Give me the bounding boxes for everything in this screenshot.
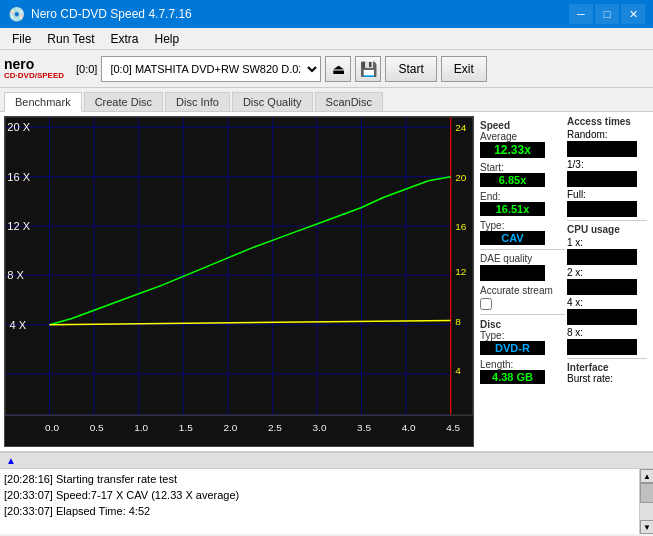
title-bar: 💿 Nero CD-DVD Speed 4.7.7.16 ─ □ ✕ — [0, 0, 653, 28]
divider2 — [480, 314, 565, 315]
scroll-thumb[interactable] — [640, 483, 653, 503]
svg-text:16 X: 16 X — [7, 171, 30, 183]
svg-text:2.5: 2.5 — [268, 422, 282, 433]
type-group: Type: CAV — [480, 220, 565, 245]
start-button[interactable]: Start — [385, 56, 436, 82]
cpu2x-value — [567, 279, 637, 295]
chart-area: 20 X 16 X 12 X 8 X 4 X 24 20 16 12 8 4 0… — [4, 116, 474, 447]
minimize-button[interactable]: ─ — [569, 4, 593, 24]
svg-text:0.5: 0.5 — [90, 422, 104, 433]
cpu-divider — [567, 358, 647, 359]
svg-rect-0 — [5, 117, 473, 446]
access-column: Access times Random: 1/3: Full: CPU usag… — [567, 116, 647, 447]
svg-text:20: 20 — [455, 172, 466, 183]
tab-create-disc[interactable]: Create Disc — [84, 92, 163, 111]
tab-scan-disc[interactable]: ScanDisc — [315, 92, 383, 111]
log-header: ▲ — [0, 453, 653, 469]
log-line-2: [20:33:07] Speed:7-17 X CAV (12.33 X ave… — [4, 487, 649, 503]
full-value — [567, 201, 637, 217]
scroll-down-button[interactable]: ▼ — [640, 520, 653, 534]
cpu-usage-title: CPU usage — [567, 224, 647, 235]
divider1 — [480, 249, 565, 250]
main-content: 20 X 16 X 12 X 8 X 4 X 24 20 16 12 8 4 0… — [0, 112, 653, 452]
onethird-value — [567, 171, 637, 187]
log-content: [20:28:16] Starting transfer rate test [… — [0, 469, 653, 534]
svg-text:8 X: 8 X — [7, 270, 24, 282]
app-icon: 💿 — [8, 6, 25, 22]
type-value: CAV — [480, 231, 545, 245]
title-bar-left: 💿 Nero CD-DVD Speed 4.7.7.16 — [8, 6, 192, 22]
cpu8x-value — [567, 339, 637, 355]
tab-disc-quality[interactable]: Disc Quality — [232, 92, 313, 111]
start-label: Start: — [480, 162, 565, 173]
menu-extra[interactable]: Extra — [102, 30, 146, 48]
scroll-up-button[interactable]: ▲ — [640, 469, 653, 483]
svg-text:4: 4 — [455, 365, 461, 376]
cpu1x-group: 1 x: — [567, 237, 647, 265]
accurate-stream-checkbox-area — [480, 298, 565, 310]
log-scrollbar[interactable]: ▲ ▼ — [639, 469, 653, 534]
svg-text:1.5: 1.5 — [179, 422, 193, 433]
cpu4x-group: 4 x: — [567, 297, 647, 325]
end-group: End: 16.51x — [480, 191, 565, 216]
svg-text:3.5: 3.5 — [357, 422, 371, 433]
svg-text:4 X: 4 X — [9, 319, 26, 331]
random-label: Random: — [567, 129, 647, 140]
start-value: 6.85x — [480, 173, 545, 187]
svg-text:16: 16 — [455, 221, 466, 232]
svg-text:12 X: 12 X — [7, 221, 30, 233]
nero-product: CD·DVD/SPEED — [4, 71, 64, 80]
menu-run-test[interactable]: Run Test — [39, 30, 102, 48]
maximize-button[interactable]: □ — [595, 4, 619, 24]
dae-quality-label: DAE quality — [480, 253, 565, 264]
access-divider — [567, 220, 647, 221]
onethird-label: 1/3: — [567, 159, 647, 170]
svg-text:3.0: 3.0 — [313, 422, 327, 433]
speed-title: Speed — [480, 120, 565, 131]
drive-selector[interactable]: [0:0] MATSHITA DVD+RW SW820 D.02 — [101, 56, 321, 82]
start-group: Start: 6.85x — [480, 162, 565, 187]
save-button[interactable]: 💾 — [355, 56, 381, 82]
app-title: Nero CD-DVD Speed 4.7.7.16 — [31, 7, 192, 21]
random-value — [567, 141, 637, 157]
cpu4x-value — [567, 309, 637, 325]
toolbar: nero CD·DVD/SPEED [0:0] [0:0] MATSHITA D… — [0, 50, 653, 88]
menu-file[interactable]: File — [4, 30, 39, 48]
cpu4x-label: 4 x: — [567, 297, 647, 308]
right-panel: Speed Average 12.33x Start: 6.85x End: 1… — [478, 112, 653, 451]
menu-help[interactable]: Help — [147, 30, 188, 48]
accurate-stream-checkbox[interactable] — [480, 298, 492, 310]
svg-text:4.0: 4.0 — [402, 422, 416, 433]
log-line-1: [20:28:16] Starting transfer rate test — [4, 471, 649, 487]
stats-column: Speed Average 12.33x Start: 6.85x End: 1… — [480, 116, 565, 447]
end-value: 16.51x — [480, 202, 545, 216]
nero-logo: nero CD·DVD/SPEED — [4, 57, 64, 80]
tab-benchmark[interactable]: Benchmark — [4, 92, 82, 112]
svg-text:8: 8 — [455, 316, 461, 327]
svg-text:2.0: 2.0 — [223, 422, 237, 433]
burst-rate-label: Burst rate: — [567, 373, 647, 384]
nero-brand: nero — [4, 57, 64, 71]
dae-quality-value — [480, 265, 545, 281]
exit-button[interactable]: Exit — [441, 56, 487, 82]
tab-disc-info[interactable]: Disc Info — [165, 92, 230, 111]
svg-text:0.0: 0.0 — [45, 422, 59, 433]
eject-button[interactable]: ⏏ — [325, 56, 351, 82]
svg-text:20 X: 20 X — [7, 122, 30, 134]
disc-type-value: DVD-R — [480, 341, 545, 355]
svg-text:24: 24 — [455, 123, 467, 134]
log-indicator: ▲ — [6, 455, 16, 466]
cpu2x-label: 2 x: — [567, 267, 647, 278]
disc-length-value: 4.38 GB — [480, 370, 545, 384]
drive-label: [0:0] — [76, 63, 97, 75]
average-label: Average — [480, 131, 565, 142]
random-group: Random: — [567, 129, 647, 157]
type-label: Type: — [480, 220, 565, 231]
cpu8x-group: 8 x: — [567, 327, 647, 355]
svg-text:1.0: 1.0 — [134, 422, 148, 433]
disc-section-title: Disc — [480, 319, 565, 330]
menu-bar: File Run Test Extra Help — [0, 28, 653, 50]
close-button[interactable]: ✕ — [621, 4, 645, 24]
access-title: Access times — [567, 116, 647, 127]
title-bar-controls: ─ □ ✕ — [569, 4, 645, 24]
